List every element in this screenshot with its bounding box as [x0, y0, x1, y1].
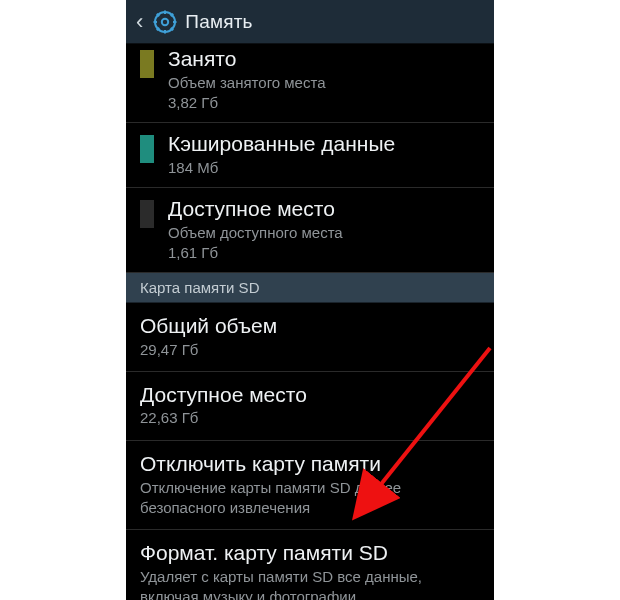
back-icon[interactable]: ‹	[134, 7, 145, 37]
row-cached[interactable]: Кэшированные данные 184 Мб	[126, 123, 494, 188]
row-used[interactable]: Занято Объем занятого места 3,82 Гб	[126, 44, 494, 123]
storage-list: Занято Объем занятого места 3,82 Гб Кэши…	[126, 44, 494, 600]
row-value: 29,47 Гб	[140, 340, 480, 360]
gear-icon[interactable]	[153, 10, 177, 34]
row-title: Занято	[168, 46, 480, 72]
settings-screen: ‹ Память Заня	[126, 0, 494, 600]
row-title: Общий объем	[140, 313, 480, 339]
row-value: 22,63 Гб	[140, 408, 480, 428]
row-subtitle: Объем доступного места	[168, 223, 480, 243]
row-title: Формат. карту памяти SD	[140, 540, 480, 566]
row-subtitle: Удаляет с карты памяти SD все данные, вк…	[140, 567, 480, 600]
row-value: 184 Мб	[168, 158, 480, 178]
page-title: Память	[185, 11, 252, 33]
row-value: 3,82 Гб	[168, 93, 480, 113]
swatch-cached-icon	[140, 135, 154, 163]
row-sd-total[interactable]: Общий объем 29,47 Гб	[126, 303, 494, 372]
row-subtitle: Объем занятого места	[168, 73, 480, 93]
row-sd-format[interactable]: Формат. карту памяти SD Удаляет с карты …	[126, 530, 494, 600]
svg-point-1	[162, 18, 168, 24]
row-available-internal[interactable]: Доступное место Объем доступного места 1…	[126, 188, 494, 273]
swatch-available-icon	[140, 200, 154, 228]
row-title: Кэшированные данные	[168, 131, 480, 157]
action-bar: ‹ Память	[126, 0, 494, 44]
swatch-used-icon	[140, 50, 154, 78]
row-sd-available[interactable]: Доступное место 22,63 Гб	[126, 372, 494, 441]
section-sd-card: Карта памяти SD	[126, 273, 494, 303]
row-sd-unmount[interactable]: Отключить карту памяти Отключение карты …	[126, 441, 494, 530]
row-value: 1,61 Гб	[168, 243, 480, 263]
row-title: Отключить карту памяти	[140, 451, 480, 477]
row-title: Доступное место	[168, 196, 480, 222]
row-title: Доступное место	[140, 382, 480, 408]
row-subtitle: Отключение карты памяти SD для ее безопа…	[140, 478, 480, 517]
